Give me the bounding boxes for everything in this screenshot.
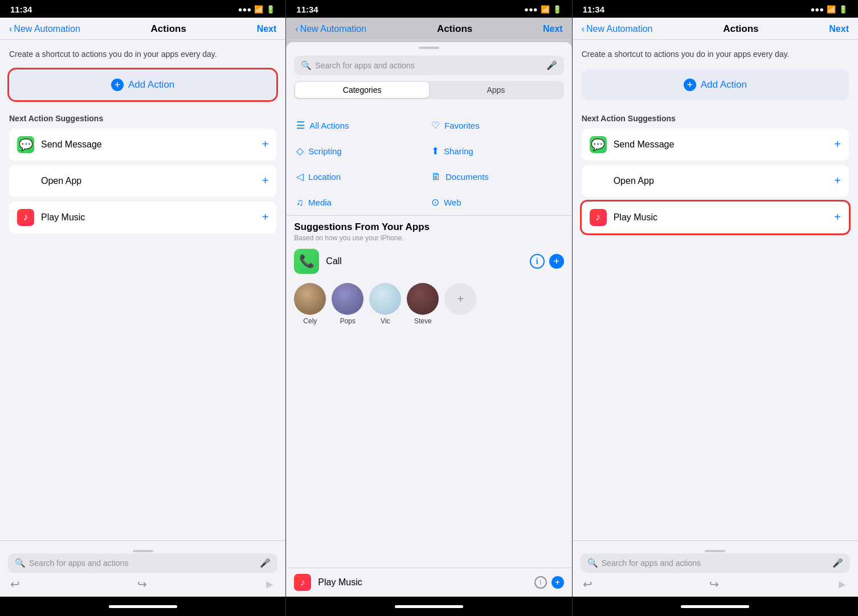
status-bar-2: 11:34 ●●● 📶 🔋 <box>286 0 571 18</box>
search-placeholder-3: Search for apps and actions <box>602 558 829 568</box>
call-add-button[interactable]: + <box>549 254 564 269</box>
play-button-3[interactable]: ► <box>836 578 848 591</box>
suggestion-send-message-1[interactable]: 💬 Send Message + <box>9 129 276 161</box>
message-icon-3: 💬 <box>590 136 607 153</box>
sharing-icon: ⬆ <box>431 145 439 157</box>
screen-desc-3: Create a shortcut to actions you do in y… <box>582 49 849 60</box>
app-call-name: Call <box>326 256 529 266</box>
home-bar-1 <box>109 605 177 608</box>
app-call-row: 📞 Call i + <box>294 249 563 278</box>
chevron-left-icon-1: ‹ <box>9 24 12 34</box>
search-bar-3[interactable]: 🔍 Search for apps and actions 🎤 <box>581 553 850 573</box>
list-icon: ☰ <box>296 120 305 132</box>
avatar-cely <box>294 283 326 315</box>
wifi-icon-2: 📶 <box>541 5 550 14</box>
redo-button-3[interactable]: ↪ <box>709 577 719 591</box>
back-label-1[interactable]: New Automation <box>14 24 80 34</box>
search-bar-1[interactable]: 🔍 Search for apps and actions 🎤 <box>8 553 277 573</box>
add-suggestion-open-app-1[interactable]: + <box>262 174 269 187</box>
peek-play-music-label: Play Music <box>318 577 534 588</box>
suggestion-text-open-app-3: Open App <box>614 176 835 186</box>
suggestion-play-music-3[interactable]: ♪ Play Music + <box>582 202 849 233</box>
contact-vic[interactable]: Vic <box>369 283 401 325</box>
back-label-2[interactable]: New Automation <box>300 24 367 34</box>
more-contacts[interactable]: + <box>444 283 476 315</box>
cat-media[interactable]: ♫ Media <box>294 190 429 215</box>
contact-cely[interactable]: Cely <box>294 283 326 325</box>
plus-icon-1: + <box>111 79 124 91</box>
add-action-button-1[interactable]: + Add Action <box>9 69 276 100</box>
call-info-button[interactable]: i <box>530 254 545 269</box>
contact-name-vic: Vic <box>381 317 390 325</box>
cat-sharing[interactable]: ⬆ Sharing <box>429 138 564 164</box>
cat-scripting[interactable]: ◇ Scripting <box>294 138 429 164</box>
peek-play-music[interactable]: ♪ Play Music i + <box>286 568 571 597</box>
add-suggestion-play-music-1[interactable]: + <box>262 211 269 224</box>
add-suggestion-play-music-3[interactable]: + <box>834 211 841 224</box>
suggestion-text-play-music-3: Play Music <box>614 212 835 223</box>
web-icon: ⊙ <box>431 196 439 208</box>
chevron-left-icon-3: ‹ <box>582 24 585 34</box>
search-placeholder-2: Search for apps and actions <box>315 61 542 70</box>
sheet-handle <box>419 47 439 49</box>
search-sheet: 🔍 Search for apps and actions 🎤 Categori… <box>286 42 571 597</box>
back-button-3[interactable]: ‹ New Automation <box>582 24 653 34</box>
openapp-icon-1 <box>17 173 34 190</box>
redo-button-1[interactable]: ↪ <box>137 577 147 591</box>
status-bar-3: 11:34 ●●● 📶 🔋 <box>573 0 858 18</box>
status-time-1: 11:34 <box>10 5 32 14</box>
next-button-3[interactable]: Next <box>829 24 849 34</box>
mic-icon-2[interactable]: 🎤 <box>546 60 557 71</box>
undo-button-3[interactable]: ↩ <box>583 577 593 591</box>
seg-categories[interactable]: Categories <box>295 82 429 98</box>
contact-steve[interactable]: Steve <box>407 283 439 325</box>
add-suggestion-send-message-1[interactable]: + <box>262 138 269 151</box>
suggestion-send-message-3[interactable]: 💬 Send Message + <box>582 129 849 161</box>
search-bar-2[interactable]: 🔍 Search for apps and actions 🎤 <box>294 56 563 75</box>
peek-add-btn[interactable]: + <box>551 576 564 589</box>
next-button-1[interactable]: Next <box>257 24 277 34</box>
back-label-3[interactable]: New Automation <box>586 24 653 34</box>
home-bar-3 <box>681 605 749 608</box>
avatar-pops <box>332 283 363 315</box>
cat-label-documents: Documents <box>446 172 489 182</box>
play-button-1[interactable]: ► <box>264 578 276 591</box>
chevron-left-icon-2: ‹ <box>295 24 298 34</box>
cat-location[interactable]: ◁ Location <box>294 164 429 190</box>
seg-apps[interactable]: Apps <box>429 82 563 98</box>
cat-label-all-actions: All Actions <box>309 121 349 130</box>
add-suggestion-send-message-3[interactable]: + <box>834 138 841 151</box>
peek-info-btn[interactable]: i <box>534 576 547 589</box>
cat-label-scripting: Scripting <box>308 146 341 156</box>
next-button-2[interactable]: Next <box>543 24 563 34</box>
screen-content-3: Create a shortcut to actions you do in y… <box>573 40 858 540</box>
back-button-2[interactable]: ‹ New Automation <box>295 24 366 34</box>
status-icons-2: ●●● 📶 🔋 <box>524 5 562 14</box>
back-button-1[interactable]: ‹ New Automation <box>9 24 80 34</box>
cat-all-actions[interactable]: ☰ All Actions <box>294 113 429 138</box>
mic-icon-1[interactable]: 🎤 <box>260 558 271 568</box>
search-icon-1: 🔍 <box>15 558 26 568</box>
undo-button-1[interactable]: ↩ <box>10 577 20 591</box>
cat-favorites[interactable]: ♡ Favorites <box>429 113 564 138</box>
suggestion-open-app-1[interactable]: Open App + <box>9 165 276 197</box>
add-action-button-3[interactable]: + Add Action <box>582 69 849 100</box>
status-icons-3: ●●● 📶 🔋 <box>810 5 848 14</box>
suggestion-play-music-1[interactable]: ♪ Play Music + <box>9 202 276 233</box>
search-icon-2: 🔍 <box>301 60 312 71</box>
suggestion-text-play-music-1: Play Music <box>41 212 262 223</box>
signal-icon-3: ●●● <box>810 5 824 14</box>
suggestion-open-app-3[interactable]: Open App + <box>582 165 849 197</box>
cat-documents[interactable]: 🗎 Documents <box>429 164 564 190</box>
spacer <box>286 327 571 568</box>
cat-web[interactable]: ⊙ Web <box>429 190 564 215</box>
status-icons-1: ●●● 📶 🔋 <box>238 5 276 14</box>
contact-pops[interactable]: Pops <box>332 283 363 325</box>
bottom-bar-3: 🔍 Search for apps and actions 🎤 ↩ ↪ ► <box>573 540 858 597</box>
mic-icon-3[interactable]: 🎤 <box>832 558 843 568</box>
search-panel-2: 🔍 Search for apps and actions 🎤 Categori… <box>286 50 571 107</box>
doc-icon: 🗎 <box>431 171 441 183</box>
contact-name-pops: Pops <box>340 317 356 325</box>
sfa-subtitle: Based on how you use your iPhone. <box>294 234 563 242</box>
add-suggestion-open-app-3[interactable]: + <box>834 174 841 187</box>
